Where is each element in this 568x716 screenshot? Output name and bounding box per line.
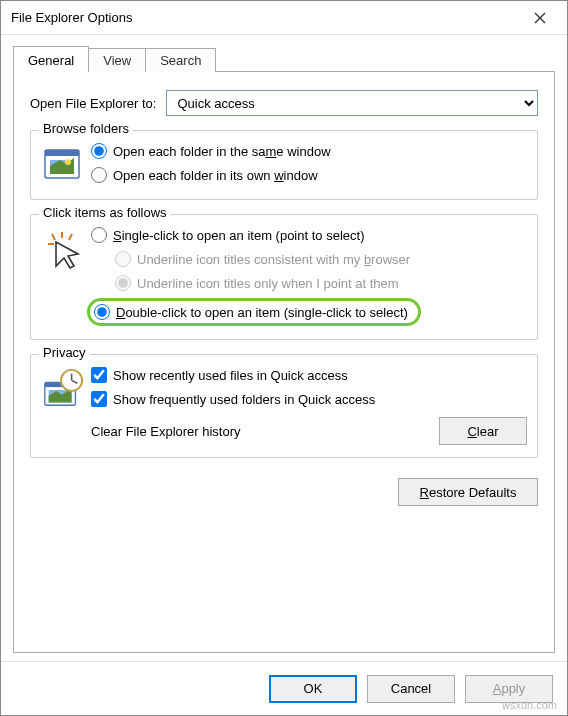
recent-files-option[interactable]: Show recently used files in Quick access (91, 363, 527, 387)
cursor-click-icon (41, 227, 85, 271)
single-click-radio[interactable] (91, 227, 107, 243)
single-click-label: Single-click to open an item (point to s… (113, 228, 364, 243)
restore-defaults-row: Restore Defaults (30, 478, 538, 506)
browse-folders-legend: Browse folders (39, 121, 133, 136)
browse-same-window-option[interactable]: Open each folder in the same window (91, 139, 527, 163)
underline-browser-option: Underline icon titles consistent with my… (91, 247, 527, 271)
underline-point-option: Underline icon titles only when I point … (91, 271, 527, 295)
folder-window-icon (41, 143, 85, 187)
tab-general[interactable]: General (13, 46, 89, 72)
browse-own-radio[interactable] (91, 167, 107, 183)
freq-folders-label: Show frequently used folders in Quick ac… (113, 392, 375, 407)
privacy-clock-icon (41, 367, 85, 411)
open-explorer-to-select[interactable]: Quick access (166, 90, 538, 116)
click-items-group: Click items as follows (30, 214, 538, 340)
options-dialog: File Explorer Options A PUALS General Vi… (0, 0, 568, 716)
svg-line-10 (52, 234, 55, 240)
dialog-footer: OK Cancel Apply (1, 661, 567, 715)
underline-browser-label: Underline icon titles consistent with my… (137, 252, 410, 267)
open-explorer-to-label: Open File Explorer to: (30, 96, 156, 111)
browse-own-label: Open each folder in its own window (113, 168, 318, 183)
browse-folders-group: Browse folders (30, 130, 538, 200)
clear-history-label: Clear File Explorer history (91, 424, 439, 439)
double-click-option[interactable]: Double-click to open an item (single-cli… (94, 304, 408, 320)
underline-browser-radio (115, 251, 131, 267)
tabpage-general: Open File Explorer to: Quick access Brow… (13, 71, 555, 653)
apply-button[interactable]: Apply (465, 675, 553, 703)
double-click-label: Double-click to open an item (single-cli… (116, 305, 408, 320)
privacy-group: Privacy (30, 354, 538, 458)
browse-same-radio[interactable] (91, 143, 107, 159)
highlight-callout: Double-click to open an item (single-cli… (87, 298, 421, 326)
clear-history-row: Clear File Explorer history Clear (91, 411, 527, 445)
single-click-option[interactable]: Single-click to open an item (point to s… (91, 223, 527, 247)
tab-search[interactable]: Search (145, 48, 216, 72)
underline-point-radio (115, 275, 131, 291)
double-click-radio[interactable] (94, 304, 110, 320)
close-icon (534, 12, 546, 24)
window-title: File Explorer Options (11, 10, 517, 25)
recent-files-label: Show recently used files in Quick access (113, 368, 348, 383)
recent-files-checkbox[interactable] (91, 367, 107, 383)
browse-own-window-option[interactable]: Open each folder in its own window (91, 163, 527, 187)
svg-line-12 (69, 234, 72, 240)
svg-rect-6 (45, 150, 79, 156)
dialog-body: A PUALS General View Search Open File Ex… (1, 35, 567, 661)
svg-marker-14 (56, 242, 78, 268)
clear-button[interactable]: Clear (439, 417, 527, 445)
browse-same-label: Open each folder in the same window (113, 144, 331, 159)
tab-strip: General View Search (13, 45, 555, 71)
svg-point-9 (65, 159, 71, 165)
ok-button[interactable]: OK (269, 675, 357, 703)
open-explorer-to-row: Open File Explorer to: Quick access (30, 90, 538, 116)
freq-folders-checkbox[interactable] (91, 391, 107, 407)
underline-point-label: Underline icon titles only when I point … (137, 276, 399, 291)
cancel-button[interactable]: Cancel (367, 675, 455, 703)
restore-defaults-button[interactable]: Restore Defaults (398, 478, 538, 506)
freq-folders-option[interactable]: Show frequently used folders in Quick ac… (91, 387, 527, 411)
close-button[interactable] (517, 3, 563, 33)
tab-view[interactable]: View (88, 48, 146, 72)
titlebar: File Explorer Options (1, 1, 567, 35)
double-click-option-row: Double-click to open an item (single-cli… (91, 295, 527, 327)
click-items-legend: Click items as follows (39, 205, 171, 220)
privacy-legend: Privacy (39, 345, 90, 360)
